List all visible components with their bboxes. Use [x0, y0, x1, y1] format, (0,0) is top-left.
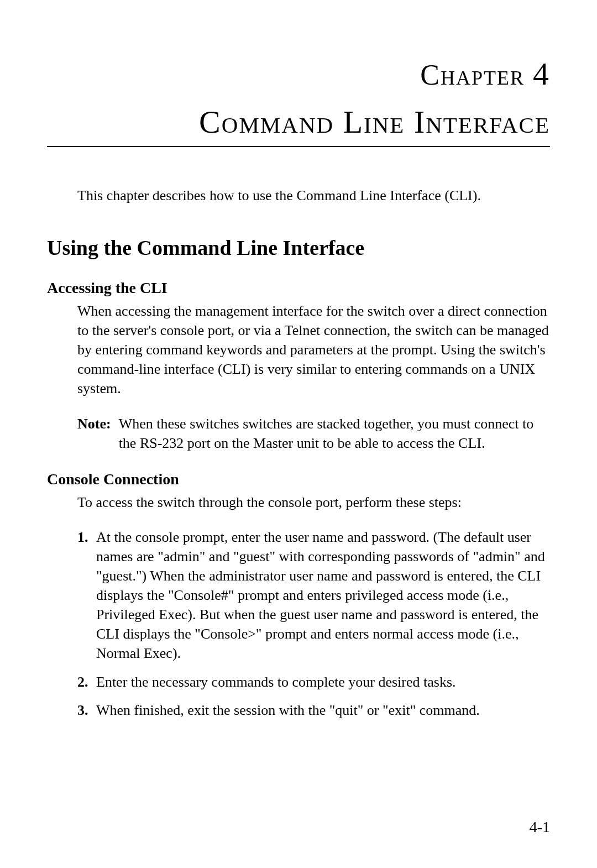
note-text: When these switches switches are stacked…: [119, 414, 550, 453]
accessing-paragraph: When accessing the management interface …: [77, 301, 550, 398]
subsection-heading-console: Console Connection: [47, 470, 550, 488]
title-rule: [47, 146, 550, 147]
list-number: 2.: [77, 672, 96, 692]
list-content: When finished, exit the session with the…: [96, 700, 550, 720]
subsection-heading-accessing: Accessing the CLI: [47, 279, 550, 297]
list-number: 3.: [77, 700, 96, 720]
list-content: At the console prompt, enter the user na…: [96, 527, 550, 663]
list-item: 1. At the console prompt, enter the user…: [77, 527, 550, 663]
console-paragraph: To access the switch through the console…: [77, 493, 550, 512]
list-item: 2. Enter the necessary commands to compl…: [77, 672, 550, 692]
list-content: Enter the necessary commands to complete…: [96, 672, 550, 692]
section-heading: Using the Command Line Interface: [47, 236, 550, 260]
chapter-number: 4: [533, 56, 550, 92]
list-item: 3. When finished, exit the session with …: [77, 700, 550, 720]
steps-list: 1. At the console prompt, enter the user…: [77, 527, 550, 720]
chapter-word: Chapter: [420, 59, 525, 91]
list-number: 1.: [77, 527, 96, 663]
note-block: Note: When these switches switches are s…: [77, 414, 550, 453]
intro-paragraph: This chapter describes how to use the Co…: [77, 186, 550, 205]
note-label: Note:: [77, 414, 111, 453]
chapter-title: Command Line Interface: [47, 103, 550, 146]
page-number: 4-1: [530, 818, 550, 836]
chapter-label: Chapter 4: [47, 55, 550, 92]
